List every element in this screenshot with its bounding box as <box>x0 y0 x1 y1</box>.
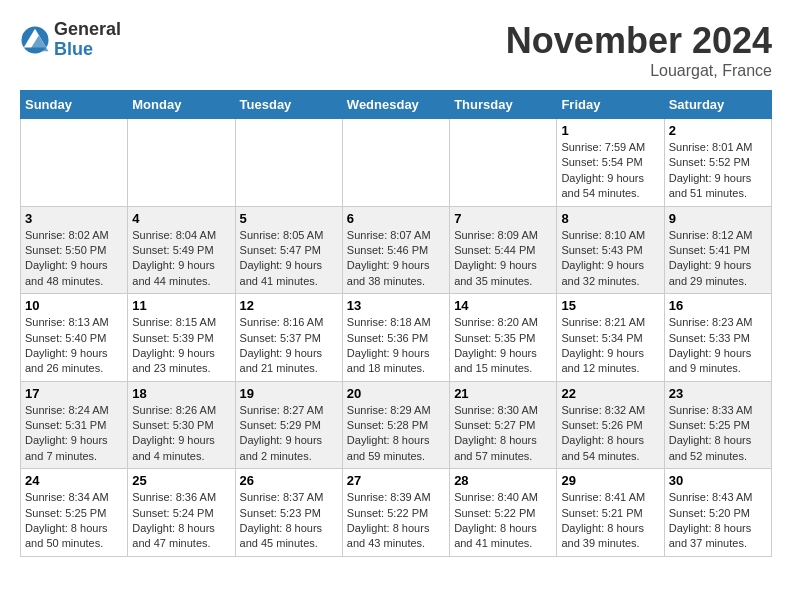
day-number: 15 <box>561 298 659 313</box>
day-number: 27 <box>347 473 445 488</box>
day-info: Sunrise: 8:04 AM Sunset: 5:49 PM Dayligh… <box>132 228 230 290</box>
day-number: 17 <box>25 386 123 401</box>
day-info: Sunrise: 8:30 AM Sunset: 5:27 PM Dayligh… <box>454 403 552 465</box>
weekday-header-tuesday: Tuesday <box>235 91 342 119</box>
day-number: 7 <box>454 211 552 226</box>
day-number: 9 <box>669 211 767 226</box>
day-number: 16 <box>669 298 767 313</box>
day-number: 1 <box>561 123 659 138</box>
day-number: 10 <box>25 298 123 313</box>
calendar-table: SundayMondayTuesdayWednesdayThursdayFrid… <box>20 90 772 557</box>
day-number: 6 <box>347 211 445 226</box>
day-number: 8 <box>561 211 659 226</box>
calendar-week-row: 17Sunrise: 8:24 AM Sunset: 5:31 PM Dayli… <box>21 381 772 469</box>
day-number: 19 <box>240 386 338 401</box>
day-info: Sunrise: 8:41 AM Sunset: 5:21 PM Dayligh… <box>561 490 659 552</box>
day-info: Sunrise: 8:43 AM Sunset: 5:20 PM Dayligh… <box>669 490 767 552</box>
day-info: Sunrise: 8:07 AM Sunset: 5:46 PM Dayligh… <box>347 228 445 290</box>
day-info: Sunrise: 8:13 AM Sunset: 5:40 PM Dayligh… <box>25 315 123 377</box>
day-info: Sunrise: 8:26 AM Sunset: 5:30 PM Dayligh… <box>132 403 230 465</box>
day-info: Sunrise: 8:02 AM Sunset: 5:50 PM Dayligh… <box>25 228 123 290</box>
day-number: 28 <box>454 473 552 488</box>
calendar-cell: 8Sunrise: 8:10 AM Sunset: 5:43 PM Daylig… <box>557 206 664 294</box>
day-info: Sunrise: 8:33 AM Sunset: 5:25 PM Dayligh… <box>669 403 767 465</box>
calendar-week-row: 24Sunrise: 8:34 AM Sunset: 5:25 PM Dayli… <box>21 469 772 557</box>
weekday-header-row: SundayMondayTuesdayWednesdayThursdayFrid… <box>21 91 772 119</box>
day-number: 30 <box>669 473 767 488</box>
calendar-cell: 26Sunrise: 8:37 AM Sunset: 5:23 PM Dayli… <box>235 469 342 557</box>
calendar-week-row: 1Sunrise: 7:59 AM Sunset: 5:54 PM Daylig… <box>21 119 772 207</box>
day-number: 18 <box>132 386 230 401</box>
location-text: Louargat, France <box>506 62 772 80</box>
calendar-cell: 4Sunrise: 8:04 AM Sunset: 5:49 PM Daylig… <box>128 206 235 294</box>
weekday-header-thursday: Thursday <box>450 91 557 119</box>
calendar-cell <box>342 119 449 207</box>
calendar-cell: 19Sunrise: 8:27 AM Sunset: 5:29 PM Dayli… <box>235 381 342 469</box>
calendar-cell <box>450 119 557 207</box>
weekday-header-friday: Friday <box>557 91 664 119</box>
day-number: 20 <box>347 386 445 401</box>
day-number: 4 <box>132 211 230 226</box>
calendar-cell: 16Sunrise: 8:23 AM Sunset: 5:33 PM Dayli… <box>664 294 771 382</box>
calendar-cell: 2Sunrise: 8:01 AM Sunset: 5:52 PM Daylig… <box>664 119 771 207</box>
page-header: General Blue November 2024 Louargat, Fra… <box>20 20 772 80</box>
day-info: Sunrise: 8:16 AM Sunset: 5:37 PM Dayligh… <box>240 315 338 377</box>
calendar-cell: 28Sunrise: 8:40 AM Sunset: 5:22 PM Dayli… <box>450 469 557 557</box>
day-info: Sunrise: 8:10 AM Sunset: 5:43 PM Dayligh… <box>561 228 659 290</box>
calendar-cell: 21Sunrise: 8:30 AM Sunset: 5:27 PM Dayli… <box>450 381 557 469</box>
month-title: November 2024 <box>506 20 772 62</box>
day-info: Sunrise: 8:05 AM Sunset: 5:47 PM Dayligh… <box>240 228 338 290</box>
day-number: 3 <box>25 211 123 226</box>
calendar-cell <box>128 119 235 207</box>
calendar-cell: 10Sunrise: 8:13 AM Sunset: 5:40 PM Dayli… <box>21 294 128 382</box>
day-info: Sunrise: 8:01 AM Sunset: 5:52 PM Dayligh… <box>669 140 767 202</box>
calendar-week-row: 3Sunrise: 8:02 AM Sunset: 5:50 PM Daylig… <box>21 206 772 294</box>
day-info: Sunrise: 8:18 AM Sunset: 5:36 PM Dayligh… <box>347 315 445 377</box>
day-number: 29 <box>561 473 659 488</box>
day-number: 24 <box>25 473 123 488</box>
calendar-cell: 6Sunrise: 8:07 AM Sunset: 5:46 PM Daylig… <box>342 206 449 294</box>
day-info: Sunrise: 8:37 AM Sunset: 5:23 PM Dayligh… <box>240 490 338 552</box>
calendar-cell: 11Sunrise: 8:15 AM Sunset: 5:39 PM Dayli… <box>128 294 235 382</box>
day-info: Sunrise: 8:36 AM Sunset: 5:24 PM Dayligh… <box>132 490 230 552</box>
day-info: Sunrise: 8:40 AM Sunset: 5:22 PM Dayligh… <box>454 490 552 552</box>
calendar-cell: 18Sunrise: 8:26 AM Sunset: 5:30 PM Dayli… <box>128 381 235 469</box>
day-info: Sunrise: 8:29 AM Sunset: 5:28 PM Dayligh… <box>347 403 445 465</box>
day-number: 11 <box>132 298 230 313</box>
day-number: 25 <box>132 473 230 488</box>
title-area: November 2024 Louargat, France <box>506 20 772 80</box>
calendar-cell: 22Sunrise: 8:32 AM Sunset: 5:26 PM Dayli… <box>557 381 664 469</box>
day-info: Sunrise: 8:27 AM Sunset: 5:29 PM Dayligh… <box>240 403 338 465</box>
day-number: 22 <box>561 386 659 401</box>
day-info: Sunrise: 8:32 AM Sunset: 5:26 PM Dayligh… <box>561 403 659 465</box>
calendar-cell: 17Sunrise: 8:24 AM Sunset: 5:31 PM Dayli… <box>21 381 128 469</box>
day-info: Sunrise: 8:23 AM Sunset: 5:33 PM Dayligh… <box>669 315 767 377</box>
day-info: Sunrise: 8:20 AM Sunset: 5:35 PM Dayligh… <box>454 315 552 377</box>
day-number: 23 <box>669 386 767 401</box>
calendar-cell: 20Sunrise: 8:29 AM Sunset: 5:28 PM Dayli… <box>342 381 449 469</box>
day-info: Sunrise: 8:24 AM Sunset: 5:31 PM Dayligh… <box>25 403 123 465</box>
calendar-week-row: 10Sunrise: 8:13 AM Sunset: 5:40 PM Dayli… <box>21 294 772 382</box>
weekday-header-saturday: Saturday <box>664 91 771 119</box>
day-info: Sunrise: 8:39 AM Sunset: 5:22 PM Dayligh… <box>347 490 445 552</box>
day-info: Sunrise: 8:34 AM Sunset: 5:25 PM Dayligh… <box>25 490 123 552</box>
day-number: 26 <box>240 473 338 488</box>
calendar-cell: 7Sunrise: 8:09 AM Sunset: 5:44 PM Daylig… <box>450 206 557 294</box>
weekday-header-wednesday: Wednesday <box>342 91 449 119</box>
logo-icon <box>20 25 50 55</box>
day-info: Sunrise: 8:15 AM Sunset: 5:39 PM Dayligh… <box>132 315 230 377</box>
day-number: 12 <box>240 298 338 313</box>
calendar-cell: 24Sunrise: 8:34 AM Sunset: 5:25 PM Dayli… <box>21 469 128 557</box>
calendar-cell: 14Sunrise: 8:20 AM Sunset: 5:35 PM Dayli… <box>450 294 557 382</box>
day-info: Sunrise: 8:09 AM Sunset: 5:44 PM Dayligh… <box>454 228 552 290</box>
logo: General Blue <box>20 20 121 60</box>
day-number: 2 <box>669 123 767 138</box>
calendar-cell: 25Sunrise: 8:36 AM Sunset: 5:24 PM Dayli… <box>128 469 235 557</box>
day-info: Sunrise: 8:12 AM Sunset: 5:41 PM Dayligh… <box>669 228 767 290</box>
day-number: 21 <box>454 386 552 401</box>
weekday-header-monday: Monday <box>128 91 235 119</box>
calendar-cell: 12Sunrise: 8:16 AM Sunset: 5:37 PM Dayli… <box>235 294 342 382</box>
logo-blue-text: Blue <box>54 40 121 60</box>
calendar-cell: 3Sunrise: 8:02 AM Sunset: 5:50 PM Daylig… <box>21 206 128 294</box>
calendar-cell <box>235 119 342 207</box>
